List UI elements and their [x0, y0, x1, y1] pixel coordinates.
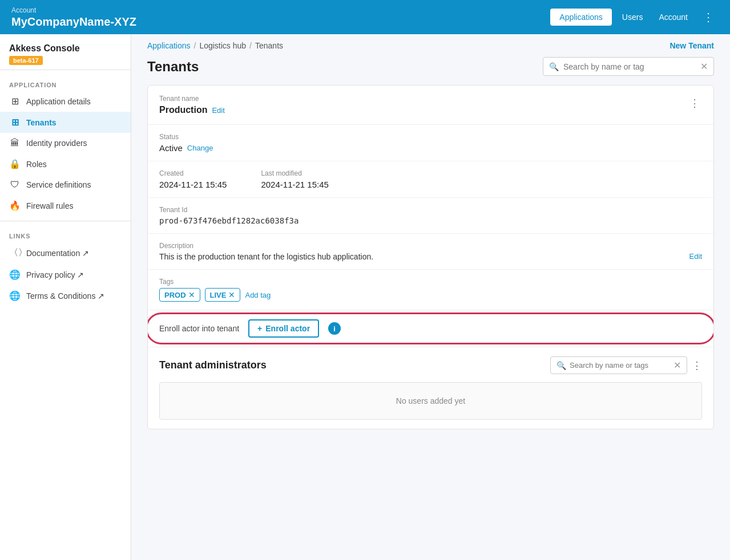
status-row: Active Change	[159, 143, 702, 153]
tenant-name-text: Production	[159, 105, 207, 115]
sidebar-item-terms-conditions[interactable]: 🌐 Terms & Conditions ↗	[0, 285, 131, 306]
sidebar-item-service-definitions[interactable]: 🛡 Service definitions	[0, 175, 131, 195]
status-change-link[interactable]: Change	[187, 144, 213, 152]
tag-prod: PROD ✕	[159, 288, 200, 302]
links-section-label: LINKS	[0, 226, 131, 242]
sidebar-item-roles[interactable]: 🔒 Roles	[0, 153, 131, 175]
dates-row: Created 2024-11-21 15:45 Last modified 2…	[159, 169, 702, 189]
code-icon: 〈〉	[9, 247, 21, 259]
sidebar-brand: Akkess Console beta-617	[0, 34, 131, 70]
account-label: Account	[11, 6, 550, 14]
status-section: Status Active Change	[148, 125, 713, 161]
tenant-id-label: Tenant Id	[159, 206, 702, 214]
no-users-message: No users added yet	[396, 396, 465, 405]
nav-users-button[interactable]: Users	[616, 10, 649, 25]
breadcrumb-logistics-hub: Logistics hub	[199, 41, 246, 50]
description-section: Description This is the production tenan…	[148, 234, 713, 270]
admins-search-box: 🔍 ✕	[550, 356, 687, 374]
topbar-nav: Applications Users Account ⋮	[550, 8, 719, 26]
tags-section: Tags PROD ✕ LIVE ✕ Add tag	[148, 270, 713, 310]
main-content: Applications / Logistics hub / Tenants N…	[131, 34, 730, 560]
sidebar-item-label: Identity providers	[26, 139, 87, 148]
tenant-name-value: Production Edit	[159, 105, 225, 115]
grid-icon: ⊞	[9, 96, 21, 107]
sidebar-item-privacy-policy[interactable]: 🌐 Privacy policy ↗	[0, 264, 131, 285]
nav-applications-button[interactable]: Applications	[550, 9, 612, 26]
search-icon: 🔍	[549, 62, 559, 71]
add-tag-button[interactable]: Add tag	[245, 291, 271, 299]
lock-icon: 🔒	[9, 159, 21, 169]
created-value: 2024-11-21 15:45	[159, 180, 227, 189]
search-input[interactable]	[563, 62, 696, 71]
sidebar-item-label: Terms & Conditions ↗	[26, 291, 104, 301]
admins-search-input[interactable]	[570, 361, 670, 370]
enroll-actor-button[interactable]: + Enroll actor	[248, 319, 319, 338]
info-icon[interactable]: i	[328, 322, 341, 335]
search-clear-button[interactable]: ✕	[700, 61, 708, 72]
sidebar-item-label: Documentation ↗	[26, 249, 89, 258]
grid-icon: ⊞	[9, 117, 21, 128]
created-block: Created 2024-11-21 15:45	[159, 169, 227, 189]
description-text: This is the production tenant for the lo…	[159, 252, 685, 261]
brand-name: Akkess Console	[9, 43, 122, 54]
sidebar-item-application-details[interactable]: ⊞ Application details	[0, 91, 131, 112]
tenant-id-section: Tenant Id prod-673f476ebdf1282ac6038f3a	[148, 198, 713, 234]
tag-prod-remove[interactable]: ✕	[188, 290, 195, 299]
sidebar-item-label: Application details	[26, 97, 91, 106]
layout: Akkess Console beta-617 APPLICATION ⊞ Ap…	[0, 34, 730, 560]
globe-icon: 🌐	[9, 269, 21, 280]
description-label: Description	[159, 242, 702, 250]
bank-icon: 🏛	[9, 138, 21, 148]
sidebar-item-identity-providers[interactable]: 🏛 Identity providers	[0, 133, 131, 153]
sidebar-item-tenants[interactable]: ⊞ Tenants	[0, 112, 131, 133]
no-users-box: No users added yet	[159, 382, 702, 420]
sidebar-divider	[0, 221, 131, 221]
sidebar-item-label: Service definitions	[26, 180, 91, 189]
enroll-label: Enroll actor into tenant	[159, 324, 239, 333]
enroll-section: Enroll actor into tenant + Enroll actor …	[148, 310, 713, 347]
admins-search-row: 🔍 ✕ ⋮	[550, 356, 702, 374]
dates-section: Created 2024-11-21 15:45 Last modified 2…	[148, 161, 713, 198]
tag-live-remove[interactable]: ✕	[228, 290, 235, 299]
admins-title: Tenant administrators	[159, 359, 267, 371]
admins-header: Tenant administrators 🔍 ✕ ⋮	[159, 356, 702, 374]
nav-account-button[interactable]: Account	[653, 10, 693, 25]
tenant-more-button[interactable]: ⋮	[687, 95, 702, 112]
sidebar: Akkess Console beta-617 APPLICATION ⊞ Ap…	[0, 34, 131, 560]
new-tenant-button[interactable]: New Tenant	[669, 41, 714, 50]
tags-row: PROD ✕ LIVE ✕ Add tag	[159, 288, 702, 302]
breadcrumb: Applications / Logistics hub / Tenants	[147, 41, 283, 50]
tenant-id-value: prod-673f476ebdf1282ac6038f3a	[159, 216, 702, 225]
tenant-name-label: Tenant name	[159, 95, 225, 103]
admins-more-button[interactable]: ⋮	[692, 359, 702, 372]
breadcrumb-sep-2: /	[249, 41, 252, 50]
beta-badge: beta-617	[9, 56, 43, 65]
tags-label: Tags	[159, 278, 702, 286]
enroll-actor-label: Enroll actor	[265, 324, 310, 333]
description-row: This is the production tenant for the lo…	[159, 252, 702, 261]
tag-live-label: LIVE	[210, 291, 227, 299]
breadcrumb-sep-1: /	[194, 41, 196, 50]
last-modified-label: Last modified	[261, 169, 328, 177]
tenant-card: Tenant name Production Edit ⋮ Status Act…	[147, 85, 714, 429]
sidebar-item-documentation[interactable]: 〈〉 Documentation ↗	[0, 242, 131, 264]
tenant-name-block: Tenant name Production Edit	[159, 95, 225, 115]
sidebar-item-label: Privacy policy ↗	[26, 270, 84, 279]
sidebar-item-label: Roles	[26, 160, 47, 169]
breadcrumb-applications[interactable]: Applications	[147, 41, 191, 50]
description-edit-link[interactable]: Edit	[689, 252, 702, 261]
tenant-name-edit-link[interactable]: Edit	[212, 106, 224, 115]
sidebar-item-label: Firewall rules	[26, 201, 73, 210]
application-section-label: APPLICATION	[0, 75, 131, 91]
breadcrumb-tenants: Tenants	[255, 41, 283, 50]
topbar-more-button[interactable]: ⋮	[698, 8, 719, 26]
admins-search-clear[interactable]: ✕	[673, 360, 681, 371]
shield-icon: 🛡	[9, 180, 21, 190]
tenant-card-header: Tenant name Production Edit ⋮	[148, 86, 713, 125]
page-header: Tenants 🔍 ✕	[131, 57, 730, 85]
sidebar-item-firewall-rules[interactable]: 🔥 Firewall rules	[0, 195, 131, 216]
plus-icon: +	[257, 324, 262, 333]
admins-search-icon: 🔍	[556, 361, 566, 370]
sidebar-item-label: Tenants	[26, 118, 57, 127]
topbar: Account MyCompanyName-XYZ Applications U…	[0, 0, 730, 34]
